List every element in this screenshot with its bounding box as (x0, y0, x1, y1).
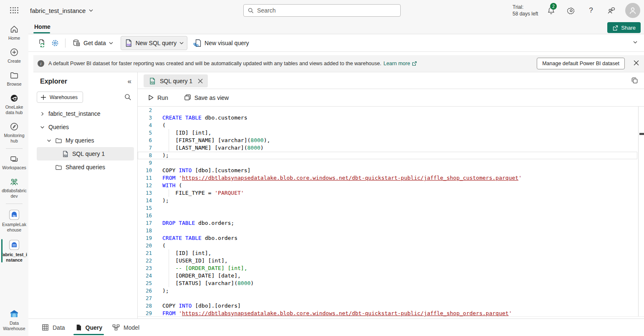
view-tab-query[interactable]: Query (70, 319, 107, 336)
banner-close-button[interactable] (634, 60, 639, 66)
code-line-8[interactable]: 8); (138, 152, 638, 159)
rail-item-data-warehouse[interactable]: Data Warehouse (0, 305, 28, 334)
code-line-13[interactable]: 13 FILE_TYPE = 'PARQUET' (138, 189, 638, 197)
rail-item-monitoring[interactable]: Monitoring hub (0, 118, 28, 147)
view-tab-model[interactable]: Model (107, 319, 144, 336)
code-line-3[interactable]: 3CREATE TABLE dbo.customers (138, 114, 638, 122)
home-toolbar: Get data SQL New SQL query New visual qu… (28, 34, 644, 52)
code-line-18[interactable]: 18 (138, 227, 638, 234)
view-tab-label: Query (86, 324, 102, 331)
add-warehouses-button[interactable]: Warehouses (37, 92, 83, 103)
code-line-19[interactable]: 19CREATE TABLE dbo.orders (138, 234, 638, 242)
rail-item-browse[interactable]: Browse (0, 67, 28, 90)
manage-dataset-button[interactable]: Manage default Power BI dataset (537, 58, 625, 69)
share-button[interactable]: Share (607, 22, 641, 33)
query-settings-button[interactable] (48, 36, 62, 50)
feedback-button[interactable] (606, 5, 616, 15)
rail-item-examplelakehouse[interactable]: ExampleLakehouse (0, 206, 28, 236)
model-icon (112, 324, 120, 331)
code-line-12[interactable]: 12WITH ( (138, 182, 638, 189)
explorer-search-icon[interactable] (124, 94, 131, 101)
rail-item-label: OneLake data hub (1, 104, 27, 115)
global-search[interactable] (243, 4, 401, 17)
rail-item-workspaces[interactable]: Workspaces (0, 150, 28, 173)
external-link-icon (412, 61, 417, 66)
code-line-26[interactable]: 26); (138, 287, 638, 295)
rail-item-home[interactable]: Home (0, 21, 28, 44)
code-line-6[interactable]: 6 [FIRST_NAME] [varchar](8000), (138, 137, 638, 144)
run-button[interactable]: Run (144, 92, 172, 104)
new-sql-query-button[interactable]: SQL New SQL query (121, 36, 187, 50)
account-avatar[interactable] (625, 3, 640, 18)
tree-item-queries[interactable]: Queries (33, 120, 137, 134)
app-launcher-icon[interactable] (10, 7, 18, 14)
duplicate-pages-icon[interactable] (631, 77, 638, 84)
tree-item-my-queries[interactable]: My queries (33, 134, 137, 147)
search-input[interactable] (257, 7, 396, 14)
tab-close-button[interactable] (198, 79, 203, 84)
tree-item-shared-queries[interactable]: Shared queries (33, 160, 137, 174)
new-visual-query-button[interactable]: New visual query (190, 36, 253, 50)
tab-home[interactable]: Home (33, 23, 51, 33)
line-number: 6 (138, 137, 152, 144)
view-tab-data[interactable]: Data (37, 319, 70, 336)
save-as-view-button[interactable]: Save as view (180, 92, 233, 104)
code-line-24[interactable]: 24 [ORDER_DATE] [date], (138, 272, 638, 280)
code-line-29[interactable]: 29FROM 'https://dbtlabsynapsedatalake.bl… (138, 310, 638, 316)
code-line-7[interactable]: 7 [LAST_NAME] [varchar](8000) (138, 144, 638, 152)
collapse-panel-icon[interactable]: « (128, 77, 131, 86)
code-line-4[interactable]: 4( (138, 122, 638, 129)
code-line-27[interactable]: 27 (138, 295, 638, 302)
tree-item-sql-query-1[interactable]: SQLSQL query 1 (37, 147, 134, 160)
new-visual-query-label: New visual query (205, 40, 249, 46)
code-line-16[interactable]: 16 (138, 212, 638, 219)
code-line-10[interactable]: 10COPY INTO [dbo].[customers] (138, 167, 638, 174)
sql-code-editor[interactable]: 23CREATE TABLE dbo.customers4(5 [ID] [in… (138, 107, 639, 316)
code-text: [STATUS] [varchar](8000) (162, 280, 254, 287)
rail-item-dbtlabsfabricdev[interactable]: dbtlabsfabricdev (0, 173, 28, 202)
chevron-down-icon (633, 40, 637, 44)
rail-item-fabric_test_instance[interactable]: fabric_test_instance (0, 236, 28, 266)
code-line-2[interactable]: 2 (138, 107, 638, 114)
code-text: COPY INTO [dbo].[orders] (162, 302, 241, 310)
close-icon (198, 79, 203, 84)
scrollbar-position-marker[interactable] (639, 133, 644, 135)
tab-sql-query-1[interactable]: SQL SQL query 1 (144, 74, 208, 87)
line-number: 10 (138, 167, 152, 174)
chevron-right-icon[interactable] (40, 112, 45, 116)
chevron-down-icon[interactable] (47, 138, 52, 143)
workspace-title-menu[interactable]: fabric_test_instance (30, 7, 93, 14)
monitoring-icon (10, 122, 19, 131)
help-button[interactable]: ? (586, 5, 596, 15)
learn-more-link[interactable]: Learn more (384, 61, 417, 66)
rail-item-create[interactable]: Create (0, 44, 28, 67)
rail-divider (6, 148, 23, 149)
collapse-ribbon-button[interactable] (633, 40, 637, 44)
code-text: FROM 'https://dbtlabsynapsedatalake.blob… (162, 310, 512, 316)
code-text: [ORDER_DATE] [date], (162, 272, 241, 280)
settings-button[interactable] (566, 5, 576, 15)
code-line-5[interactable]: 5 [ID] [int], (138, 129, 638, 137)
chevron-down-icon[interactable] (40, 125, 45, 130)
code-line-23[interactable]: 23 -- [ORDER_DATE] [int], (138, 265, 638, 272)
refresh-button[interactable] (35, 36, 48, 50)
rail-item-label: dbtlabsfabricdev (1, 188, 27, 199)
code-line-17[interactable]: 17DROP TABLE dbo.orders; (138, 219, 638, 227)
line-number: 5 (138, 129, 152, 137)
explorer-tree: fabric_test_instanceQueriesMy queriesSQL… (33, 107, 137, 174)
get-data-button[interactable]: Get data (69, 36, 116, 50)
code-line-22[interactable]: 22 [USER_ID] [int], (138, 257, 638, 265)
notifications-button[interactable]: 2 (546, 5, 556, 15)
code-line-9[interactable]: 9 (138, 159, 638, 167)
line-number: 7 (138, 144, 152, 152)
tree-item-fabric-test-instance[interactable]: fabric_test_instance (33, 107, 137, 120)
code-line-15[interactable]: 15 (138, 204, 638, 212)
rail-item-onelake[interactable]: OneLake data hub (0, 90, 28, 118)
code-line-20[interactable]: 20( (138, 242, 638, 249)
query-toolbar: Run Save as view (138, 89, 644, 107)
code-line-14[interactable]: 14); (138, 197, 638, 204)
code-line-21[interactable]: 21 [ID] [int], (138, 249, 638, 257)
code-line-25[interactable]: 25 [STATUS] [varchar](8000) (138, 280, 638, 287)
code-line-11[interactable]: 11FROM 'https://dbtlabsynapsedatalake.bl… (138, 174, 638, 182)
code-line-28[interactable]: 28COPY INTO [dbo].[orders] (138, 302, 638, 310)
